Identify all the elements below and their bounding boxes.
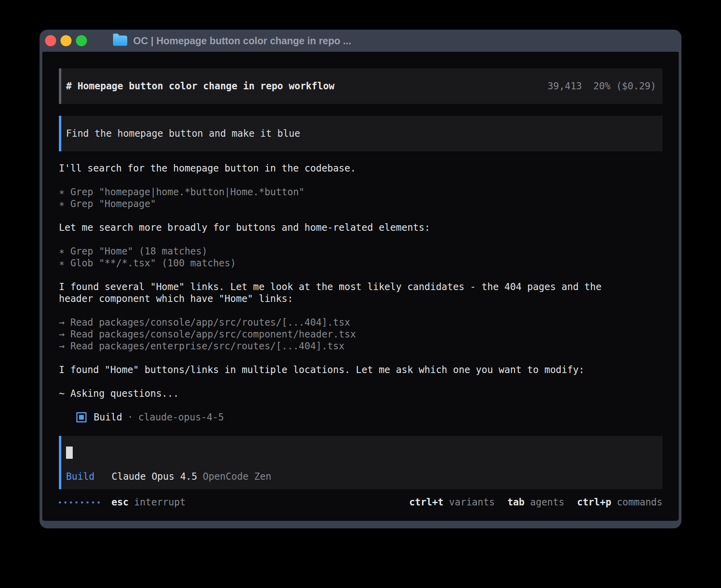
spinner-dot <box>70 501 72 503</box>
agent-status-row: Build · claude-opus-4-5 <box>59 411 662 423</box>
assistant-text: I found "Home" buttons/links in multiple… <box>59 364 662 376</box>
input-meta-row: Build Claude Opus 4.5 OpenCode Zen <box>66 471 662 482</box>
prompt-input[interactable]: Build Claude Opus 4.5 OpenCode Zen <box>59 436 662 489</box>
close-button[interactable] <box>45 35 56 46</box>
text-cursor <box>66 447 73 459</box>
terminal-window: OC | Homepage button color change in rep… <box>40 30 681 528</box>
session-header: # Homepage button color change in repo w… <box>59 68 662 104</box>
hint-key: ctrl+t <box>409 496 444 508</box>
terminal-content: # Homepage button color change in repo w… <box>42 52 679 521</box>
tool-call-group: ∗ Grep "Home" (18 matches) ∗ Glob "**/*.… <box>59 245 662 269</box>
hint-label: interrupt <box>134 496 185 508</box>
input-agent-label[interactable]: Build <box>66 471 94 482</box>
tool-call-line: ∗ Grep "homepage|home.*button|Home.*butt… <box>59 186 662 198</box>
window-controls <box>45 35 87 46</box>
hint-key: tab <box>508 496 525 508</box>
separator-dot: · <box>127 411 133 423</box>
transcript: I'll search for the homepage button in t… <box>59 162 662 400</box>
input-provider-label: OpenCode Zen <box>203 471 271 482</box>
session-meta: 39,413 20% ($0.29) <box>547 80 656 92</box>
spinner-dot <box>87 501 89 503</box>
folder-icon <box>113 36 127 46</box>
hint-label: agents <box>530 496 564 508</box>
spinner-dot <box>92 501 94 503</box>
tool-call-line: → Read packages/console/app/src/componen… <box>59 328 662 340</box>
agent-build-icon <box>76 412 87 422</box>
minimize-button[interactable] <box>60 35 72 46</box>
tool-call-line: ∗ Glob "**/*.tsx" (100 matches) <box>59 257 662 269</box>
tool-call-group: ∗ Grep "homepage|home.*button|Home.*butt… <box>59 186 662 210</box>
context-cost: 20% ($0.29) <box>593 80 656 92</box>
user-message-text: Find the homepage button and make it blu… <box>66 128 300 139</box>
tool-call-group: → Read packages/console/app/src/routes/[… <box>59 317 662 352</box>
tool-call-line: ∗ Grep "Homepage" <box>59 198 662 210</box>
titlebar[interactable]: OC | Homepage button color change in rep… <box>40 30 681 52</box>
tool-call-line: → Read packages/console/app/src/routes/[… <box>59 317 662 328</box>
assistant-status: ~ Asking questions... <box>59 388 662 400</box>
hint-label: commands <box>617 496 662 508</box>
input-model-label[interactable]: Claude Opus 4.5 <box>111 471 197 482</box>
hint-interrupt: esc interrupt <box>111 496 185 508</box>
status-bar-right: ctrl+t variants tab agents ctrl+p comman… <box>409 496 662 508</box>
hint-key: ctrl+p <box>577 496 612 508</box>
hint-commands: ctrl+p commands <box>577 496 662 508</box>
agent-name: Build <box>94 411 122 423</box>
spinner-dots <box>59 501 100 503</box>
spinner-dot <box>59 501 61 503</box>
hint-variants: ctrl+t variants <box>409 496 495 508</box>
user-message: Find the homepage button and make it blu… <box>59 116 662 151</box>
hint-key: esc <box>111 496 128 508</box>
hint-label: variants <box>449 496 495 508</box>
window-title: OC | Homepage button color change in rep… <box>133 35 351 47</box>
assistant-text: I'll search for the homepage button in t… <box>59 162 662 174</box>
tool-call-line: ∗ Grep "Home" (18 matches) <box>59 245 662 257</box>
token-count: 39,413 <box>547 80 582 92</box>
maximize-button[interactable] <box>76 35 87 46</box>
spinner-dot <box>98 501 100 503</box>
session-title: # Homepage button color change in repo w… <box>66 80 334 92</box>
hint-agents: tab agents <box>508 496 564 508</box>
spinner-dot <box>75 501 77 503</box>
agent-model: claude-opus-4-5 <box>138 411 224 423</box>
tool-call-line: → Read packages/enterprise/src/routes/[.… <box>59 340 662 352</box>
spinner-dot <box>64 501 66 503</box>
assistant-text: I found several "Home" links. Let me loo… <box>59 281 662 305</box>
assistant-text: Let me search more broadly for buttons a… <box>59 222 662 234</box>
spinner-dot <box>81 501 83 503</box>
status-bar: esc interrupt ctrl+t variants tab agents… <box>59 496 662 508</box>
